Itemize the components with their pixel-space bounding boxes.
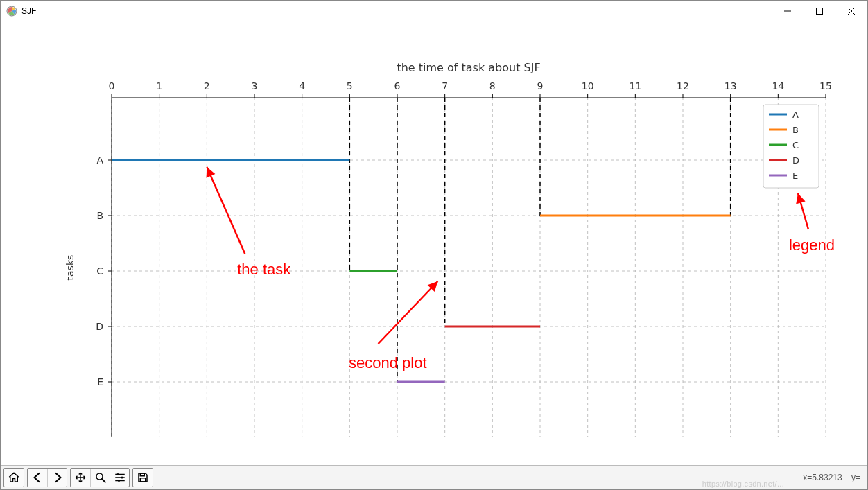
- annotation-legend: legend: [789, 236, 835, 254]
- svg-text:C: C: [792, 140, 799, 150]
- svg-point-93: [118, 480, 120, 482]
- app-icon: [6, 6, 17, 17]
- svg-rect-1: [817, 8, 823, 14]
- svg-text:9: 9: [537, 80, 544, 91]
- zoom-button[interactable]: [90, 469, 110, 487]
- svg-text:D: D: [96, 321, 103, 332]
- svg-text:6: 6: [394, 80, 401, 91]
- svg-point-91: [116, 473, 119, 475]
- chart-canvas: 0123456789101112131415ABCDEthe time of t…: [1, 21, 867, 465]
- svg-marker-89: [796, 193, 805, 204]
- maximize-button[interactable]: [804, 1, 835, 21]
- svg-text:2: 2: [204, 80, 210, 91]
- close-button[interactable]: [835, 1, 867, 21]
- svg-text:B: B: [792, 125, 799, 135]
- svg-text:C: C: [96, 265, 103, 277]
- svg-text:13: 13: [724, 80, 737, 91]
- svg-text:8: 8: [489, 80, 496, 91]
- svg-text:10: 10: [582, 80, 594, 91]
- svg-text:7: 7: [442, 80, 448, 91]
- svg-text:E: E: [792, 170, 798, 181]
- window-title: SJF: [21, 6, 36, 16]
- svg-text:5: 5: [347, 80, 353, 91]
- svg-text:4: 4: [299, 80, 305, 91]
- configure-button[interactable]: [110, 469, 129, 487]
- pan-button[interactable]: [71, 469, 90, 487]
- annotation-second-plot: second plot: [349, 354, 427, 371]
- matplotlib-toolbar: https://blog.csdn.net/... x=5.83213 y=: [1, 465, 867, 489]
- svg-text:tasks: tasks: [64, 255, 76, 281]
- svg-line-86: [379, 281, 438, 344]
- svg-rect-94: [140, 473, 144, 476]
- coord-status: x=5.83213 y=: [803, 473, 865, 482]
- svg-text:11: 11: [629, 80, 641, 91]
- svg-text:1: 1: [156, 80, 162, 91]
- svg-point-92: [121, 477, 123, 479]
- svg-text:15: 15: [819, 80, 832, 91]
- app-window: SJF 0123456789101112131415ABCDEthe time …: [0, 0, 868, 490]
- svg-text:12: 12: [677, 80, 689, 91]
- svg-text:14: 14: [772, 80, 784, 91]
- svg-text:B: B: [96, 210, 103, 221]
- svg-text:A: A: [792, 110, 799, 120]
- annotation-the-task: the task: [237, 261, 291, 278]
- svg-text:D: D: [792, 155, 799, 166]
- plot-area[interactable]: 0123456789101112131415ABCDEthe time of t…: [1, 21, 867, 465]
- window-controls: [772, 1, 867, 21]
- svg-line-84: [207, 167, 245, 254]
- minimize-button[interactable]: [772, 1, 804, 21]
- svg-text:0: 0: [109, 80, 115, 91]
- title-bar: SJF: [1, 1, 867, 21]
- svg-text:E: E: [97, 376, 103, 387]
- svg-text:A: A: [96, 155, 103, 166]
- svg-text:3: 3: [252, 80, 258, 91]
- save-button[interactable]: [133, 469, 153, 487]
- watermark: https://blog.csdn.net/...: [702, 480, 784, 488]
- home-button[interactable]: [4, 469, 24, 487]
- back-button[interactable]: [28, 469, 47, 487]
- svg-text:the time of task about SJF: the time of task about SJF: [397, 61, 540, 74]
- forward-button[interactable]: [47, 469, 67, 487]
- svg-rect-95: [140, 478, 146, 482]
